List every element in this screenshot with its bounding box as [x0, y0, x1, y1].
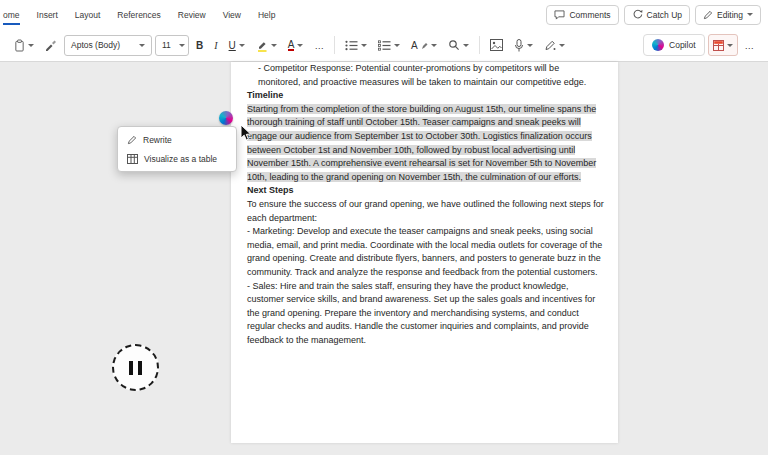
ribbon-tabs: ome Insert Layout References Review View… — [3, 3, 275, 27]
tab-view[interactable]: View — [223, 3, 241, 27]
font-name-value: Aptos (Body) — [71, 40, 120, 50]
paragraph-competitor-response[interactable]: - Competitor Response: Potential counter… — [247, 62, 604, 89]
divider — [479, 36, 480, 54]
menu-actions: Comments Catch Up Editing — [546, 5, 761, 25]
catch-up-button[interactable]: Catch Up — [624, 5, 690, 25]
copilot-button[interactable]: Copilot — [643, 34, 704, 56]
pause-indicator — [112, 344, 159, 391]
dictate-button[interactable] — [510, 34, 537, 56]
chevron-down-icon — [431, 44, 437, 47]
tab-help[interactable]: Help — [258, 3, 275, 27]
underline-letter: U — [229, 40, 236, 51]
font-color-button[interactable]: A — [284, 34, 308, 56]
tab-insert[interactable]: Insert — [37, 3, 58, 27]
menu-item-rewrite[interactable]: Rewrite — [118, 130, 236, 149]
chevron-down-icon — [271, 44, 277, 47]
styles-letter: A — [411, 40, 418, 51]
chevron-down-icon — [463, 44, 469, 47]
chevron-down-icon — [28, 44, 34, 47]
styles-button[interactable]: A — [407, 34, 441, 56]
copilot-context-menu: Rewrite Visualize as a table — [117, 126, 237, 172]
insert-picture-button[interactable] — [486, 34, 507, 56]
font-size-value: 11 — [162, 40, 171, 50]
bullet-list-icon — [345, 40, 358, 51]
chevron-down-icon — [179, 44, 185, 47]
paragraph-next-steps-intro[interactable]: To ensure the success of our grand openi… — [247, 198, 604, 225]
selected-text[interactable]: Starting from the completion of the stor… — [247, 104, 596, 182]
heading-timeline[interactable]: Timeline — [247, 89, 604, 103]
microphone-icon — [514, 39, 524, 52]
menu-bar: ome Insert Layout References Review View… — [0, 0, 768, 29]
copilot-margin-icon[interactable] — [219, 111, 233, 125]
pencil-icon — [703, 10, 713, 20]
document-canvas: - Competitor Response: Potential counter… — [0, 62, 768, 455]
mouse-cursor — [240, 124, 253, 142]
picture-icon — [490, 39, 503, 51]
copilot-label: Copilot — [669, 40, 695, 50]
style-brush-icon — [421, 41, 428, 50]
chevron-down-icon — [297, 44, 303, 47]
designer-grid-icon — [713, 40, 724, 51]
comments-button[interactable]: Comments — [546, 5, 618, 25]
find-button[interactable] — [444, 34, 473, 56]
editing-label: Editing — [717, 10, 743, 20]
chevron-down-icon — [747, 13, 753, 16]
menu-item-visualize-as-table[interactable]: Visualize as a table — [118, 149, 236, 168]
bullets-button[interactable] — [341, 34, 371, 56]
bold-button[interactable]: B — [192, 34, 207, 56]
pause-icon — [129, 361, 142, 375]
editing-mode-button[interactable]: Editing — [695, 5, 761, 25]
font-size-select[interactable]: 11 — [155, 35, 189, 56]
font-color-letter: A — [288, 40, 295, 51]
rewrite-pen-icon — [127, 135, 137, 145]
chevron-down-icon — [139, 44, 145, 47]
paste-button[interactable] — [10, 34, 38, 56]
font-name-select[interactable]: Aptos (Body) — [64, 35, 152, 56]
rewrite-label: Rewrite — [143, 135, 172, 145]
highlight-button[interactable] — [252, 34, 281, 56]
tab-home[interactable]: ome — [3, 3, 20, 27]
catch-up-label: Catch Up — [647, 10, 682, 20]
numbered-list-icon — [378, 40, 391, 51]
tab-references[interactable]: References — [117, 3, 160, 27]
search-icon — [448, 39, 460, 51]
highlighter-icon — [256, 39, 268, 52]
comments-label: Comments — [569, 10, 610, 20]
word-app-window: ome Insert Layout References Review View… — [0, 0, 768, 455]
copilot-icon — [652, 39, 664, 51]
visualize-table-label: Visualize as a table — [144, 154, 217, 164]
document-page[interactable]: - Competitor Response: Potential counter… — [231, 62, 618, 443]
comment-icon — [554, 10, 565, 20]
more-toolbar-button[interactable]: … — [741, 34, 759, 56]
catch-up-icon — [632, 9, 643, 20]
clipboard-icon — [14, 39, 25, 52]
paragraph-sales[interactable]: - Sales: Hire and train the sales staff,… — [247, 280, 604, 348]
divider — [334, 36, 335, 54]
chevron-down-icon — [361, 44, 367, 47]
numbering-button[interactable] — [374, 34, 404, 56]
editor-pen-icon — [544, 39, 556, 51]
chevron-down-icon — [559, 44, 565, 47]
tab-review[interactable]: Review — [178, 3, 206, 27]
editor-button[interactable] — [540, 34, 569, 56]
tab-layout[interactable]: Layout — [75, 3, 101, 27]
heading-next-steps[interactable]: Next Steps — [247, 184, 604, 198]
paragraph-marketing[interactable]: - Marketing: Develop and execute the tea… — [247, 225, 604, 279]
more-formatting-button[interactable]: … — [310, 34, 328, 56]
table-icon — [127, 154, 138, 164]
format-painter-button[interactable] — [41, 34, 61, 56]
italic-button[interactable]: I — [210, 34, 221, 56]
ribbon-toolbar: Aptos (Body) 11 B I U A … — [0, 29, 768, 62]
underline-button[interactable]: U — [225, 34, 249, 56]
paragraph-timeline[interactable]: Starting from the completion of the stor… — [247, 103, 604, 185]
chevron-down-icon — [394, 44, 400, 47]
chevron-down-icon — [239, 44, 245, 47]
chevron-down-icon — [527, 44, 533, 47]
document-body: - Competitor Response: Potential counter… — [247, 62, 604, 347]
chevron-down-icon — [727, 44, 733, 47]
brush-icon — [45, 39, 57, 51]
designer-button[interactable] — [708, 34, 738, 56]
